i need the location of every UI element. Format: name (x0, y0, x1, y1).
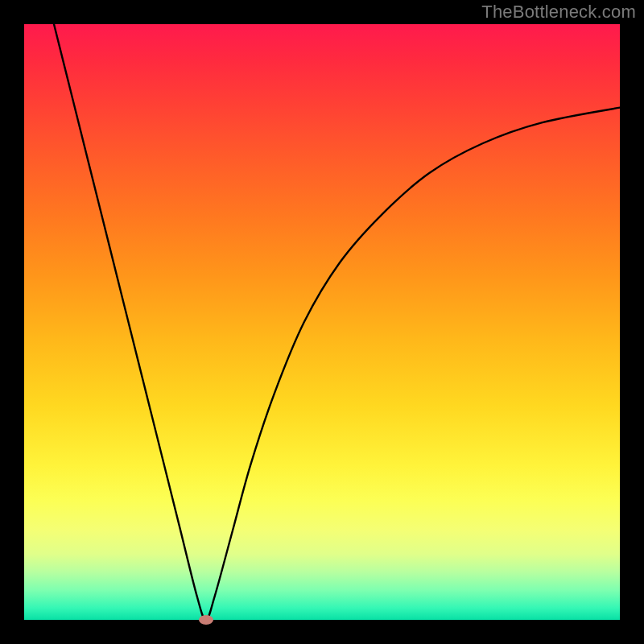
chart-frame: TheBottleneck.com (0, 0, 644, 644)
watermark-text: TheBottleneck.com (481, 2, 636, 23)
curve-svg (24, 24, 620, 620)
bottleneck-curve (54, 24, 620, 620)
plot-area (24, 24, 620, 620)
